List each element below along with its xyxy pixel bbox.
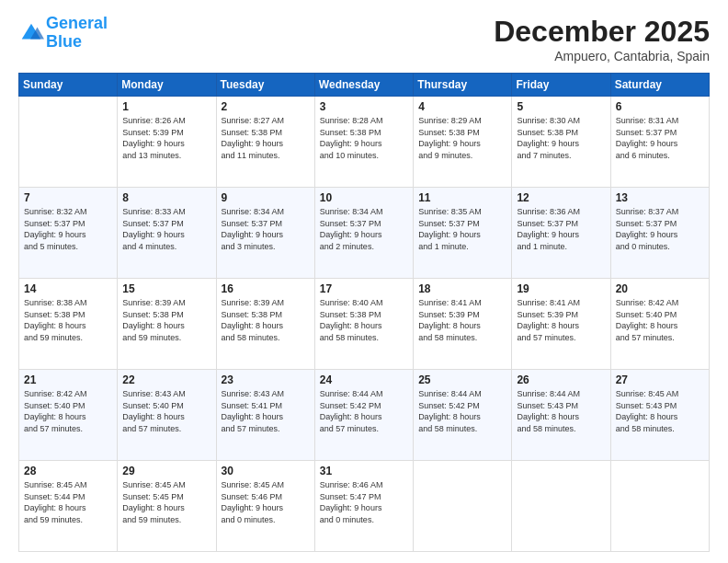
week-row-5: 28Sunrise: 8:45 AM Sunset: 5:44 PM Dayli… — [19, 461, 710, 552]
day-number: 10 — [320, 191, 408, 204]
day-info: Sunrise: 8:45 AM Sunset: 5:43 PM Dayligh… — [616, 388, 704, 434]
table-row: 26Sunrise: 8:44 AM Sunset: 5:43 PM Dayli… — [512, 370, 610, 461]
location: Ampuero, Cantabria, Spain — [494, 49, 710, 63]
day-info: Sunrise: 8:39 AM Sunset: 5:38 PM Dayligh… — [222, 297, 310, 343]
table-row: 24Sunrise: 8:44 AM Sunset: 5:42 PM Dayli… — [314, 370, 413, 461]
day-info: Sunrise: 8:33 AM Sunset: 5:37 PM Dayligh… — [122, 206, 210, 252]
table-row: 6Sunrise: 8:31 AM Sunset: 5:37 PM Daylig… — [610, 97, 709, 188]
table-row — [512, 461, 610, 552]
day-info: Sunrise: 8:46 AM Sunset: 5:47 PM Dayligh… — [320, 479, 408, 525]
col-thursday: Thursday — [414, 74, 512, 97]
col-tuesday: Tuesday — [216, 74, 314, 97]
week-row-2: 7Sunrise: 8:32 AM Sunset: 5:37 PM Daylig… — [19, 188, 710, 279]
logo-line1: General — [46, 14, 108, 32]
day-info: Sunrise: 8:43 AM Sunset: 5:40 PM Dayligh… — [122, 388, 210, 434]
table-row: 7Sunrise: 8:32 AM Sunset: 5:37 PM Daylig… — [19, 188, 118, 279]
day-number: 7 — [24, 191, 112, 204]
header-row: Sunday Monday Tuesday Wednesday Thursday… — [19, 74, 710, 97]
table-row: 10Sunrise: 8:34 AM Sunset: 5:37 PM Dayli… — [314, 188, 413, 279]
table-row: 17Sunrise: 8:40 AM Sunset: 5:38 PM Dayli… — [314, 279, 413, 370]
col-friday: Friday — [512, 74, 610, 97]
day-number: 31 — [320, 465, 408, 477]
day-info: Sunrise: 8:34 AM Sunset: 5:37 PM Dayligh… — [320, 206, 408, 252]
week-row-3: 14Sunrise: 8:38 AM Sunset: 5:38 PM Dayli… — [19, 279, 710, 370]
day-number: 8 — [122, 191, 210, 204]
day-info: Sunrise: 8:42 AM Sunset: 5:40 PM Dayligh… — [24, 388, 112, 434]
month-title: December 2025 — [494, 15, 710, 49]
day-info: Sunrise: 8:41 AM Sunset: 5:39 PM Dayligh… — [517, 297, 605, 343]
table-row: 23Sunrise: 8:43 AM Sunset: 5:41 PM Dayli… — [216, 370, 314, 461]
calendar-table: Sunday Monday Tuesday Wednesday Thursday… — [18, 73, 710, 552]
day-info: Sunrise: 8:27 AM Sunset: 5:38 PM Dayligh… — [222, 115, 310, 161]
day-info: Sunrise: 8:37 AM Sunset: 5:37 PM Dayligh… — [616, 206, 704, 252]
page: General Blue December 2025 Ampuero, Cant… — [0, 0, 728, 563]
logo-line2: Blue — [46, 32, 82, 51]
day-number: 25 — [418, 373, 506, 386]
day-number: 19 — [517, 282, 605, 295]
day-number: 26 — [517, 373, 605, 386]
logo-icon — [18, 20, 44, 46]
day-info: Sunrise: 8:45 AM Sunset: 5:45 PM Dayligh… — [122, 479, 210, 525]
day-info: Sunrise: 8:34 AM Sunset: 5:37 PM Dayligh… — [222, 206, 310, 252]
day-number: 13 — [616, 191, 704, 204]
day-info: Sunrise: 8:44 AM Sunset: 5:43 PM Dayligh… — [517, 388, 605, 434]
day-number: 14 — [24, 282, 112, 295]
day-number: 30 — [222, 465, 310, 477]
table-row: 1Sunrise: 8:26 AM Sunset: 5:39 PM Daylig… — [118, 97, 216, 188]
col-saturday: Saturday — [610, 74, 709, 97]
day-info: Sunrise: 8:36 AM Sunset: 5:37 PM Dayligh… — [517, 206, 605, 252]
table-row: 31Sunrise: 8:46 AM Sunset: 5:47 PM Dayli… — [314, 461, 413, 552]
day-number: 6 — [616, 100, 704, 113]
day-number: 5 — [517, 100, 605, 113]
day-info: Sunrise: 8:30 AM Sunset: 5:38 PM Dayligh… — [517, 115, 605, 161]
day-info: Sunrise: 8:43 AM Sunset: 5:41 PM Dayligh… — [222, 388, 310, 434]
col-wednesday: Wednesday — [314, 74, 413, 97]
day-number: 2 — [222, 100, 310, 113]
day-number: 27 — [616, 373, 704, 386]
table-row: 20Sunrise: 8:42 AM Sunset: 5:40 PM Dayli… — [610, 279, 709, 370]
logo-text: General Blue — [46, 15, 108, 52]
day-number: 15 — [122, 282, 210, 295]
table-row: 8Sunrise: 8:33 AM Sunset: 5:37 PM Daylig… — [118, 188, 216, 279]
table-row: 28Sunrise: 8:45 AM Sunset: 5:44 PM Dayli… — [19, 461, 118, 552]
logo: General Blue — [18, 15, 108, 52]
col-sunday: Sunday — [19, 74, 118, 97]
day-number: 21 — [24, 373, 112, 386]
day-info: Sunrise: 8:41 AM Sunset: 5:39 PM Dayligh… — [418, 297, 506, 343]
header: General Blue December 2025 Ampuero, Cant… — [18, 15, 710, 63]
table-row: 9Sunrise: 8:34 AM Sunset: 5:37 PM Daylig… — [216, 188, 314, 279]
table-row: 16Sunrise: 8:39 AM Sunset: 5:38 PM Dayli… — [216, 279, 314, 370]
day-number: 16 — [222, 282, 310, 295]
day-info: Sunrise: 8:39 AM Sunset: 5:38 PM Dayligh… — [122, 297, 210, 343]
day-number: 23 — [222, 373, 310, 386]
day-number: 4 — [418, 100, 506, 113]
day-info: Sunrise: 8:40 AM Sunset: 5:38 PM Dayligh… — [320, 297, 408, 343]
day-number: 22 — [122, 373, 210, 386]
table-row: 11Sunrise: 8:35 AM Sunset: 5:37 PM Dayli… — [414, 188, 512, 279]
day-number: 9 — [222, 191, 310, 204]
table-row: 3Sunrise: 8:28 AM Sunset: 5:38 PM Daylig… — [314, 97, 413, 188]
table-row: 5Sunrise: 8:30 AM Sunset: 5:38 PM Daylig… — [512, 97, 610, 188]
table-row: 22Sunrise: 8:43 AM Sunset: 5:40 PM Dayli… — [118, 370, 216, 461]
week-row-4: 21Sunrise: 8:42 AM Sunset: 5:40 PM Dayli… — [19, 370, 710, 461]
table-row: 21Sunrise: 8:42 AM Sunset: 5:40 PM Dayli… — [19, 370, 118, 461]
day-number: 1 — [122, 100, 210, 113]
day-info: Sunrise: 8:32 AM Sunset: 5:37 PM Dayligh… — [24, 206, 112, 252]
day-info: Sunrise: 8:42 AM Sunset: 5:40 PM Dayligh… — [616, 297, 704, 343]
day-number: 29 — [122, 465, 210, 477]
day-info: Sunrise: 8:35 AM Sunset: 5:37 PM Dayligh… — [418, 206, 506, 252]
table-row: 13Sunrise: 8:37 AM Sunset: 5:37 PM Dayli… — [610, 188, 709, 279]
day-number: 11 — [418, 191, 506, 204]
day-info: Sunrise: 8:44 AM Sunset: 5:42 PM Dayligh… — [320, 388, 408, 434]
day-number: 20 — [616, 282, 704, 295]
table-row: 15Sunrise: 8:39 AM Sunset: 5:38 PM Dayli… — [118, 279, 216, 370]
day-number: 12 — [517, 191, 605, 204]
table-row: 12Sunrise: 8:36 AM Sunset: 5:37 PM Dayli… — [512, 188, 610, 279]
day-number: 3 — [320, 100, 408, 113]
table-row — [414, 461, 512, 552]
col-monday: Monday — [118, 74, 216, 97]
table-row: 27Sunrise: 8:45 AM Sunset: 5:43 PM Dayli… — [610, 370, 709, 461]
day-info: Sunrise: 8:31 AM Sunset: 5:37 PM Dayligh… — [616, 115, 704, 161]
table-row: 14Sunrise: 8:38 AM Sunset: 5:38 PM Dayli… — [19, 279, 118, 370]
day-number: 24 — [320, 373, 408, 386]
